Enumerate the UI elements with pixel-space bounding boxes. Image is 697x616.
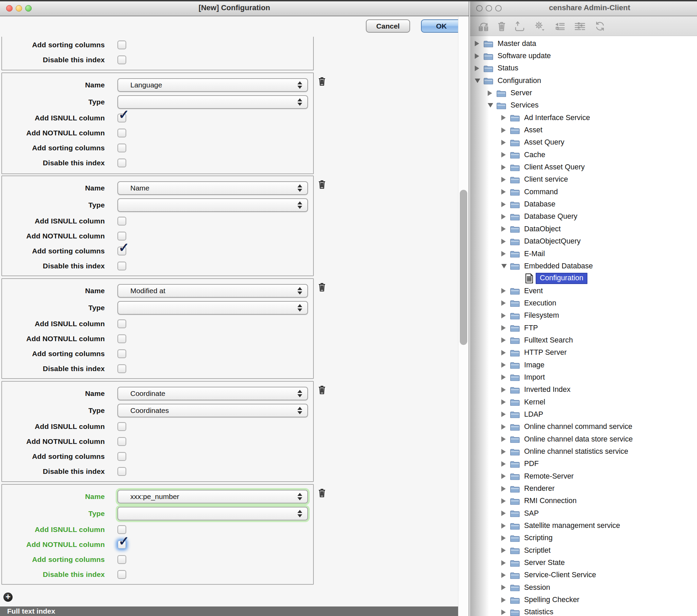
- delete-section-3-button[interactable]: [317, 282, 327, 292]
- cancel-button[interactable]: Cancel: [366, 19, 410, 33]
- tree-item-label[interactable]: Client service: [524, 175, 568, 184]
- s1-type-select[interactable]: [117, 95, 308, 109]
- hierarchy-icon[interactable]: [554, 20, 566, 32]
- chevron-right-icon[interactable]: [475, 66, 484, 71]
- tree-item[interactable]: Embedded Database: [470, 260, 697, 272]
- s1-add-notnull-checkbox[interactable]: [117, 129, 126, 137]
- chevron-right-icon[interactable]: [501, 536, 510, 541]
- tree-item-label[interactable]: Image: [524, 361, 545, 370]
- ok-button[interactable]: OK: [421, 19, 462, 33]
- s4-add-isnull-checkbox[interactable]: [117, 422, 126, 431]
- s5-name-select[interactable]: xxx:pe_number: [117, 490, 308, 504]
- tree-item[interactable]: Ad Interface Service: [470, 111, 697, 124]
- tree-item[interactable]: Service-Client Service: [470, 569, 697, 581]
- tree-item-label[interactable]: RMI Connection: [524, 497, 577, 505]
- tree-item[interactable]: Execution: [470, 297, 697, 309]
- hierarchy-settings-icon[interactable]: [574, 20, 586, 32]
- tree-item-label[interactable]: Database Query: [524, 212, 578, 221]
- zoom-button-inactive[interactable]: [495, 5, 502, 12]
- delete-section-5-button[interactable]: [317, 487, 327, 498]
- chevron-right-icon[interactable]: [501, 375, 510, 380]
- gear-menu-icon[interactable]: [534, 20, 546, 32]
- vertical-scrollbar[interactable]: [458, 16, 469, 616]
- tree-item[interactable]: E-Mail: [470, 247, 697, 260]
- s4-disable-index-checkbox[interactable]: [117, 467, 126, 476]
- chevron-right-icon[interactable]: [501, 239, 510, 244]
- tree-item-label[interactable]: FTP: [524, 324, 538, 332]
- tree-item-label[interactable]: Online channel command service: [524, 422, 632, 431]
- tree-item[interactable]: Command: [470, 186, 697, 198]
- chevron-down-icon[interactable]: [488, 103, 496, 107]
- tree-item-label[interactable]: HTTP Server: [524, 348, 567, 357]
- admin-titlebar[interactable]: censhare Admin-Client: [470, 0, 697, 16]
- tree-item-label[interactable]: Inverted Index: [524, 385, 570, 394]
- s3-type-select[interactable]: [117, 301, 308, 315]
- chevron-down-icon[interactable]: [475, 78, 484, 83]
- s5-type-select[interactable]: [117, 507, 308, 521]
- delete-section-1-button[interactable]: [317, 76, 327, 87]
- tree-item[interactable]: Statistics: [470, 606, 697, 616]
- delete-section-4-button[interactable]: [317, 385, 327, 395]
- tree-item[interactable]: Configuration: [470, 75, 697, 87]
- chevron-right-icon[interactable]: [501, 399, 510, 405]
- tree-item[interactable]: Status: [470, 62, 697, 75]
- tree-item-label[interactable]: Client Asset Query: [524, 163, 585, 171]
- s2-name-select[interactable]: Name: [117, 181, 308, 195]
- chevron-right-icon[interactable]: [501, 165, 510, 170]
- s3-name-select[interactable]: Modified at: [117, 284, 308, 298]
- upload-icon[interactable]: [514, 20, 526, 32]
- tree-item-label[interactable]: Configuration: [498, 77, 541, 85]
- chevron-right-icon[interactable]: [501, 300, 510, 306]
- tree-item[interactable]: Scriptlet: [470, 544, 697, 556]
- s2-type-select[interactable]: [117, 198, 308, 212]
- s3-add-sorting-checkbox[interactable]: [117, 349, 126, 358]
- tree-item-label[interactable]: Renderer: [524, 484, 555, 493]
- tree-item-label[interactable]: Services: [510, 101, 538, 109]
- tree-item[interactable]: Asset Query: [470, 136, 697, 149]
- s2-add-notnull-checkbox[interactable]: [117, 231, 126, 240]
- chevron-right-icon[interactable]: [501, 214, 510, 220]
- tree-item-label[interactable]: Fulltext Search: [524, 336, 573, 345]
- tree-item[interactable]: DataObject: [470, 223, 697, 235]
- tree-item-label[interactable]: Event: [524, 287, 543, 295]
- chevron-right-icon[interactable]: [501, 436, 510, 442]
- tree-item-label[interactable]: Asset: [524, 126, 543, 134]
- tree-item-label[interactable]: Spelling Checker: [524, 596, 580, 604]
- tree-item-label[interactable]: DataObjectQuery: [524, 237, 581, 245]
- chevron-right-icon[interactable]: [501, 127, 510, 133]
- chevron-right-icon[interactable]: [475, 54, 484, 59]
- tree-item-label[interactable]: Online channel statistics service: [524, 447, 628, 456]
- chevron-right-icon[interactable]: [501, 597, 510, 603]
- s0-disable-index-checkbox[interactable]: [117, 56, 126, 64]
- tree-item-label[interactable]: Configuration: [536, 273, 588, 284]
- tree-item-label[interactable]: Session: [524, 583, 550, 592]
- chevron-right-icon[interactable]: [501, 189, 510, 195]
- tree-item-label[interactable]: DataObject: [524, 225, 561, 233]
- tree-item[interactable]: FTP: [470, 322, 697, 334]
- tree-item-label[interactable]: Software update: [498, 52, 551, 60]
- scrollbar-thumb[interactable]: [460, 190, 467, 345]
- s3-disable-index-checkbox[interactable]: [117, 364, 126, 373]
- tree-item-label[interactable]: Satellite management service: [524, 522, 620, 530]
- s0-add-sorting-checkbox[interactable]: [117, 41, 126, 49]
- tree-item[interactable]: Asset: [470, 124, 697, 136]
- s4-type-select[interactable]: Coordinates: [117, 404, 308, 417]
- tree-item[interactable]: Cache: [470, 149, 697, 161]
- chevron-right-icon[interactable]: [501, 152, 510, 157]
- chevron-right-icon[interactable]: [501, 177, 510, 182]
- tree-item-label[interactable]: Server: [510, 89, 532, 97]
- dialog-titlebar[interactable]: [New] Configuration: [0, 0, 469, 16]
- chevron-right-icon[interactable]: [501, 140, 510, 145]
- tree-item-label[interactable]: E-Mail: [524, 250, 545, 258]
- add-index-button[interactable]: +: [3, 592, 13, 602]
- tree-item[interactable]: Session: [470, 581, 697, 594]
- chevron-right-icon[interactable]: [501, 461, 510, 467]
- s1-disable-index-checkbox[interactable]: [117, 159, 126, 167]
- tree-item[interactable]: Online channel data store service: [470, 433, 697, 445]
- tree-item[interactable]: Image: [470, 359, 697, 371]
- s4-add-sorting-checkbox[interactable]: [117, 452, 126, 461]
- tree-item[interactable]: Online channel command service: [470, 421, 697, 433]
- tree-item[interactable]: Satellite management service: [470, 520, 697, 532]
- chevron-right-icon[interactable]: [501, 449, 510, 454]
- tree-item[interactable]: Kernel: [470, 396, 697, 408]
